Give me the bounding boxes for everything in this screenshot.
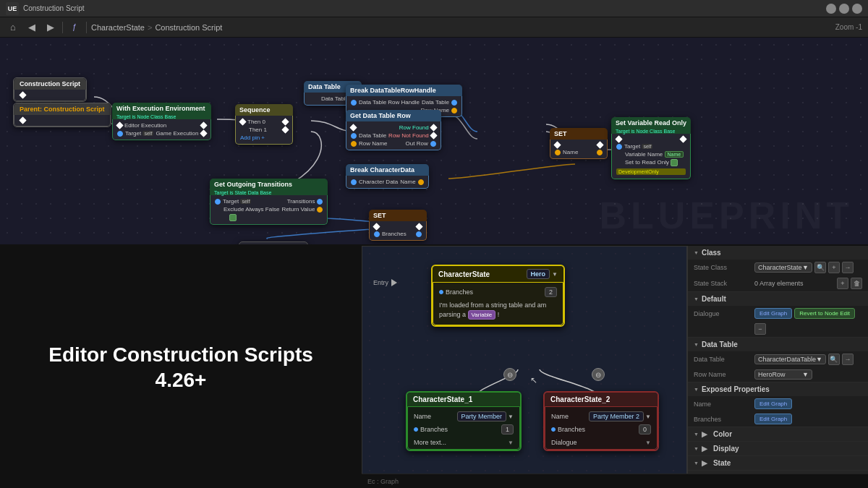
dt-pin [451,100,457,106]
select-arrow: ▼ [802,371,809,378]
set-variable-readonly-node[interactable]: Set Variable Read Only Target is Node Cl… [611,117,691,179]
class-section-header[interactable]: Class [688,246,868,260]
dialogue-row: Dialogue Edit Graph Revert to Node Edit [688,306,868,321]
dialogue-edit-graph-btn[interactable]: Edit Graph [754,308,792,319]
get-outgoing-transitions-node[interactable]: Get Outgoing Transitions Target is State… [210,179,328,225]
state-class-text: CharacterState [758,264,802,271]
dt-pin [351,133,357,139]
branches-label: Branches [420,426,448,433]
row-name-row: Row Name HeroRow ▼ [688,367,868,382]
cs-main-body: Branches 2 I'm loaded from a string tabl… [433,282,563,325]
dt-search[interactable]: 🔍 [828,354,840,365]
sub-title: 4.26+ [156,369,207,392]
data-table-row: Data Table CharacterDataTable ▼ 🔍 → [688,351,868,367]
cs1-body: Name Party Member ▼ Branches 1 [407,406,520,450]
exposed-properties-section: Exposed Properties Name Edit Graph Branc… [688,382,868,427]
set-node-1[interactable]: SET Name [550,128,608,159]
back-icon[interactable]: ◀ [25,20,39,35]
cs-main-header: CharacterState Hero ▼ [433,266,563,282]
then1-pin [282,127,289,134]
cs-main-label: CharacterState [438,270,490,278]
blueprint-watermark: BLUEPRINT [599,194,854,237]
sequence-node[interactable]: Sequence Then 0 Then 1 Add pin + [235,104,293,145]
close-button[interactable] [852,4,862,14]
state-machine-canvas[interactable]: Entry CharacterState Hero ▼ Branc [362,246,687,488]
branches-count: 2 [545,287,557,297]
state-class-select[interactable]: CharacterState ▼ [754,262,812,273]
blueprint-canvas[interactable]: Construction Script Parent: Construction… [0,38,868,244]
then0-pin [282,119,289,126]
state-class-add[interactable]: + [828,262,840,273]
state-stack-add[interactable]: + [837,278,848,289]
exec-in [616,136,623,143]
branches-label: Branches [558,426,585,433]
construction-script-node[interactable]: Construction Script [13,77,87,102]
set-node-2[interactable]: SET Branches [369,210,427,241]
transition-icon-2: ⊖ [592,368,605,381]
name-edit-graph-btn[interactable]: Edit Graph [754,398,792,409]
character-state-main-node[interactable]: CharacterState Hero ▼ Branches 2 [431,265,565,327]
dt-arrow[interactable]: → [842,354,854,365]
cs2-extra-label: Dialogue [551,439,577,446]
minimize-button[interactable] [826,4,836,14]
state-stack-del[interactable]: 🗑 [851,278,862,289]
with-execution-node[interactable]: With Execution Environment Target is Nod… [112,103,211,140]
state-stack-row: State Stack 0 Array elements + 🗑 [688,275,868,291]
parent-construction-node[interactable]: Parent: Construction Script [13,103,111,127]
transition-icon-1: ⊖ [503,368,516,381]
exposed-section-header[interactable]: Exposed Properties [688,382,868,396]
length-node[interactable]: LENGTH [239,241,308,244]
function-icon[interactable]: ƒ [67,20,82,35]
blueprint-editor: UE Construction Script ⌂ ◀ ▶ ƒ Character… [0,0,868,246]
branches-icon [439,290,443,294]
exec-pin [20,117,27,124]
data-table-select[interactable]: CharacterDataTable ▼ [754,354,826,364]
rowname-pin [351,141,357,147]
outrow-pin [430,141,436,147]
game-exec-pin [200,130,207,137]
character-state-1-node[interactable]: CharacterState_1 Name Party Member ▼ Bra… [406,391,522,451]
state-section-header[interactable]: ▶State [688,456,868,470]
color-section: ▶Color [688,427,868,442]
separator [62,22,63,33]
default-section-header[interactable]: Default [688,292,868,306]
state-stack-value: 0 Array elements + 🗑 [754,278,862,289]
character-state-2-node[interactable]: CharacterState_2 Name Party Member 2 ▼ B… [543,391,659,451]
maximize-button[interactable] [839,4,849,14]
row-name-value: HeroRow ▼ [754,369,862,380]
branches-edit-graph-btn[interactable]: Edit Graph [754,414,792,424]
dialogue-revert-btn[interactable]: Revert to Node Edit [794,308,855,319]
zoom-label: Zoom -1 [835,23,862,31]
row-name-select[interactable]: HeroRow ▼ [754,369,812,380]
state-class-arrow[interactable]: → [842,262,854,273]
window-controls [826,4,862,14]
exec-in [350,124,357,132]
separator [86,22,87,33]
get-data-table-row-node[interactable]: Get Data Table Row Row Found Data Table … [346,110,441,150]
branches-count: 0 [639,424,651,435]
transitions-pin [317,199,323,205]
color-section-header[interactable]: ▶Color [688,427,868,441]
branches-exposed-value: Edit Graph [754,414,862,424]
cs1-header: CharacterState_1 [407,393,520,406]
cs2-body: Name Party Member 2 ▼ Branches 0 [545,406,658,450]
breadcrumb-part1[interactable]: CharacterState [91,23,145,32]
left-text-area: Editor Construction Scripts 4.26+ [0,246,362,488]
class-section: Class State Class CharacterState ▼ 🔍 + → [688,246,868,292]
state-class-search[interactable]: 🔍 [814,262,826,273]
breadcrumb-separator: > [148,23,152,32]
display-section-header[interactable]: ▶Display [688,442,868,455]
breadcrumb-part2[interactable]: Construction Script [155,23,222,32]
break-characterdata-node[interactable]: Break CharacterData Character Data Name [346,164,429,189]
forward-icon[interactable]: ▶ [43,20,58,35]
state-class-row: State Class CharacterState ▼ 🔍 + → [688,260,868,275]
dialogue-text: I'm loaded from a string table and am pa… [439,301,557,320]
dialogue-extra-btn[interactable]: − [754,323,766,335]
return-pin [317,207,323,213]
home-icon[interactable]: ⌂ [6,20,20,35]
node-body [14,115,111,127]
right-area: Entry CharacterState Hero ▼ Branc [362,246,868,488]
data-table-section-header[interactable]: Data Table [688,338,868,351]
exec-pin [20,92,27,99]
exec-in [554,142,561,149]
